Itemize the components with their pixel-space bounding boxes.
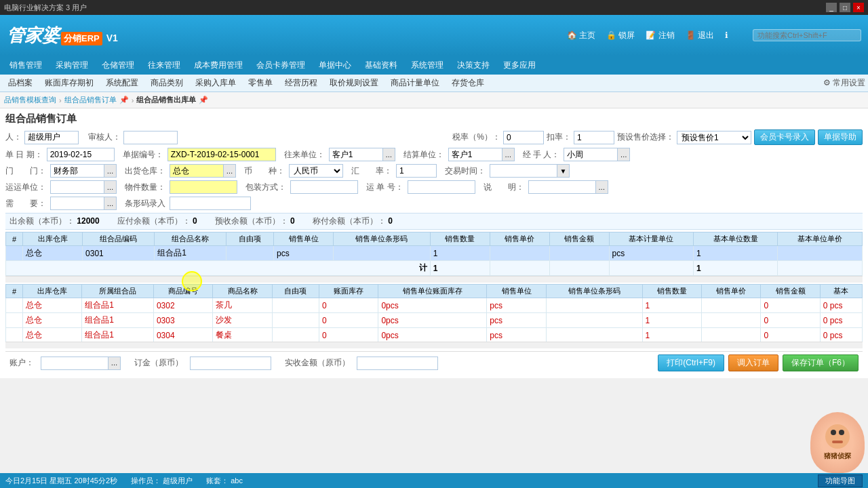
settings-btn[interactable]: ⚙ 常用设置 [823,77,865,89]
lock-btn[interactable]: 🔒 锁屏 [606,30,635,41]
price-select[interactable]: 预设售价1 [677,131,751,144]
nav-more[interactable]: 更多应用 [496,56,542,75]
remark-input[interactable] [528,180,596,194]
table2-scrollbar[interactable] [5,342,863,348]
breadcrumb-item-2[interactable]: 组合品销售订单 [64,95,117,105]
nav-cost[interactable]: 成本费用管理 [187,56,250,75]
table1-scrollbar[interactable] [5,276,863,283]
date-label: 单 日 期： [5,149,43,161]
home-btn[interactable]: 🏠 主页 [567,30,595,41]
nav-contacts[interactable]: 往来管理 [141,56,187,75]
settlunit-input[interactable] [448,148,502,161]
approver-input[interactable] [123,131,178,144]
sub-inventory[interactable]: 存货仓库 [446,75,490,92]
nav-warehouse[interactable]: 仓储管理 [95,56,141,75]
tounit-input[interactable] [329,148,383,161]
breadcrumb-item-1[interactable]: 品销售模板查询 [4,95,56,105]
approver-label: 审核人： [88,131,121,143]
dept-input[interactable] [50,164,104,178]
settlunit-btn[interactable]: … [502,148,515,161]
sub-purchase-in[interactable]: 采购入库单 [190,75,241,92]
member-card-btn[interactable]: 会员卡号录入 [754,129,815,145]
warehouse-btn[interactable]: … [224,164,236,178]
packmethod-input[interactable] [290,180,358,194]
sub-retail[interactable]: 零售单 [243,75,278,92]
currency-select[interactable]: 人民币 [289,164,343,178]
account-input[interactable] [41,357,108,370]
assist-btn[interactable]: 单据导助 [818,129,863,145]
notes-field: … [50,197,117,210]
notes-btn[interactable]: … [104,197,117,210]
person-input[interactable] [24,131,79,144]
tradetime-input[interactable] [490,164,557,178]
nav-system[interactable]: 系统管理 [404,56,450,75]
import-btn[interactable]: 调入订单 [728,354,778,371]
warehouse-input[interactable] [170,164,224,178]
sub-history[interactable]: 经营历程 [279,75,323,92]
account-btn[interactable]: … [108,357,121,370]
save-btn[interactable]: 保存订单（F6） [783,354,859,371]
cell-sale-qty: 1 [430,246,490,261]
total-amount [549,261,609,276]
help-btn[interactable]: ℹ [725,30,728,40]
tounit-btn[interactable]: … [383,148,395,161]
handler-btn[interactable]: … [618,148,630,161]
handler-input[interactable] [564,148,618,161]
sub-price-rule[interactable]: 取价规则设置 [324,75,384,92]
title-bar: 电脑行业解决方案 3 用户 _ □ × [0,0,868,15]
tradetime-btn[interactable]: ▼ [557,164,570,178]
barcode-input[interactable] [170,197,251,210]
breadcrumb-pin-2[interactable]: 📌 [119,96,129,104]
sub-product-cat[interactable]: 商品类别 [145,75,189,92]
maximize-btn[interactable]: □ [840,3,850,12]
shipunit-input[interactable] [50,180,104,194]
dept-label: 门 门： [5,165,46,177]
table-row[interactable]: 总仓 组合品1 0304 餐桌 0 0pcs pcs 1 0 0 pcs [6,328,863,342]
exit-btn[interactable]: 🚪 退出 [686,30,714,41]
status-right-btn[interactable]: 功能导图 [818,474,863,487]
logout-btn[interactable]: 📝 注销 [646,30,674,41]
close-btn[interactable]: × [853,3,864,12]
sub-sys-config[interactable]: 系统配置 [100,75,144,92]
date-input[interactable] [47,148,115,161]
partcount-input[interactable] [170,180,237,194]
order-input[interactable] [190,357,271,370]
remark-btn[interactable]: … [596,180,608,194]
dept-btn[interactable]: … [104,164,117,178]
discount-input[interactable] [574,131,614,144]
notes-input[interactable] [50,197,104,210]
shipunit-field: … [50,180,117,194]
table1-header: # 出库仓库 组合品编码 组合品名称 自由项 销售单位 销售单位条形码 销售数量… [6,232,863,246]
function-search-input[interactable] [753,29,861,41]
window-controls[interactable]: _ □ × [826,3,864,12]
nav-decision[interactable]: 决策支持 [450,56,496,75]
sub-measure[interactable]: 商品计量单位 [385,75,445,92]
breadcrumb-pin-3[interactable]: 📌 [199,96,208,104]
exchrate-input[interactable] [396,164,437,178]
nav-voucher[interactable]: 单据中心 [312,56,358,75]
warehouse-field: … [170,164,236,178]
sub-product-file[interactable]: 品档案 [3,75,38,92]
table-row[interactable]: 总仓 组合品1 0303 沙发 0 0pcs pcs 1 0 0 pcs [6,313,863,328]
actual-input[interactable] [357,357,438,370]
shipunit-btn[interactable]: … [104,180,117,194]
table-row[interactable]: 总仓 0301 组合品1 pcs 1 pcs 1 [6,246,863,261]
col2-base: 基本 [820,285,862,298]
table-row[interactable]: 总仓 组合品1 0302 茶几 0 0pcs pcs 1 0 0 pcs [6,298,863,313]
shipno-input[interactable] [408,180,475,194]
tax-input[interactable] [503,131,544,144]
breadcrumb: 品销售模板查询 › 组合品销售订单 📌 › 组合品销售出库单 📌 [0,92,868,108]
docno-input[interactable] [167,148,276,161]
function-map-btn[interactable]: 功能导图 [818,474,863,487]
minimize-btn[interactable]: _ [826,3,837,12]
print-btn[interactable]: 打印(Ctrl+F9) [658,354,724,371]
nav-basic[interactable]: 基础资料 [358,56,404,75]
nav-sales[interactable]: 销售管理 [3,56,49,75]
nav-member[interactable]: 会员卡券管理 [250,56,312,75]
nav-purchase[interactable]: 采购管理 [49,56,95,75]
cell2-qty: 1 [642,328,701,342]
cell-warehouse: 总仓 [23,246,83,261]
warehouse-label: 出货仓库： [125,165,165,177]
col-combo-code: 组合品编码 [83,232,155,246]
sub-account-init[interactable]: 账面库存期初 [39,75,99,92]
